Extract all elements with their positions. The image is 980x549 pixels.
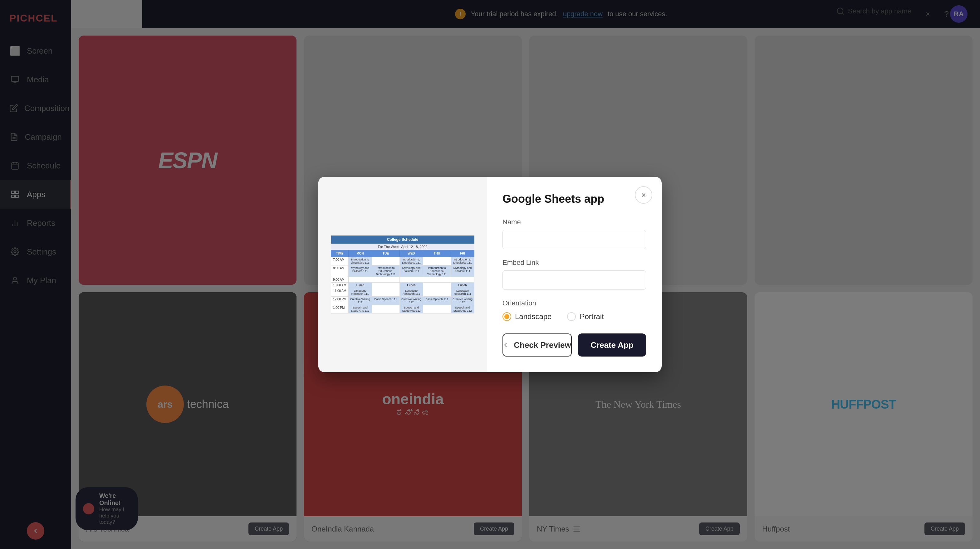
arrow-left-icon — [503, 341, 510, 348]
landscape-radio-inner — [504, 314, 509, 319]
schedule-title: College Schedule — [331, 235, 474, 244]
landscape-label: Landscape — [515, 312, 552, 321]
cell-thu-900 — [423, 277, 451, 282]
name-input[interactable] — [503, 230, 646, 249]
cell-tue-1100 — [372, 288, 399, 297]
cell-tue-1300 — [372, 305, 399, 314]
cell-tue-900 — [372, 277, 399, 282]
google-sheets-modal: College Schedule For The Week: April 12-… — [318, 177, 662, 372]
landscape-radio[interactable] — [503, 312, 511, 321]
cell-mon-700: Introduction to Linguistics 111 — [348, 257, 372, 265]
cell-fri-1100: Language Research 111 — [451, 288, 474, 297]
cell-fri-1300: Speech and Stage Arts 112 — [451, 305, 474, 314]
col-thu: THU — [423, 250, 451, 257]
time-800: 8:00 AM — [331, 265, 348, 277]
time-1100: 11:00 AM — [331, 288, 348, 297]
cell-mon-800: Mythology and Folklore 111 — [348, 265, 372, 277]
embed-input[interactable] — [503, 270, 646, 290]
cell-thu-700 — [423, 257, 451, 265]
cell-thu-1100 — [423, 288, 451, 297]
orientation-section: Orientation Landscape Portrait — [503, 299, 646, 321]
schedule-preview-table: College Schedule For The Week: April 12-… — [331, 235, 474, 314]
embed-label: Embed Link — [503, 259, 646, 267]
cell-tue-1000 — [372, 282, 399, 288]
cell-fri-800: Mythology and Folklore 111 — [451, 265, 474, 277]
cell-mon-1300: Speech and Stage Arts 112 — [348, 305, 372, 314]
cell-wed-800: Mythology and Folklore 111 — [399, 265, 423, 277]
cell-fri-900 — [451, 277, 474, 282]
time-900: 9:00 AM — [331, 277, 348, 282]
cell-wed-900 — [399, 277, 423, 282]
portrait-radio[interactable] — [567, 312, 576, 321]
cell-thu-1300 — [423, 305, 451, 314]
cell-mon-900 — [348, 277, 372, 282]
col-time: TIME — [331, 250, 348, 257]
cell-tue-700 — [372, 257, 399, 265]
cell-fri-1200: Creative Writing 112 — [451, 297, 474, 305]
modal-title: Google Sheets app — [503, 192, 646, 206]
close-icon: × — [641, 190, 646, 200]
landscape-option[interactable]: Landscape — [503, 312, 552, 321]
time-1000: 10:00 AM — [331, 282, 348, 288]
cell-fri-700: Introduction to Linguistics 111 — [451, 257, 474, 265]
cell-fri-1000: Lunch — [451, 282, 474, 288]
modal-actions: Check Preview Create App — [503, 333, 646, 357]
cell-mon-1000: Lunch — [348, 282, 372, 288]
time-1200: 12:00 PM — [331, 297, 348, 305]
cell-wed-1100: Language Research 111 — [399, 288, 423, 297]
cell-tue-1200: Basic Speech 111 — [372, 297, 399, 305]
col-mon: MON — [348, 250, 372, 257]
portrait-option[interactable]: Portrait — [567, 312, 604, 321]
orientation-label: Orientation — [503, 299, 646, 307]
cell-wed-1000: Lunch — [399, 282, 423, 288]
cell-mon-1100: Language Research 111 — [348, 288, 372, 297]
cell-wed-1200: Creative Writing 112 — [399, 297, 423, 305]
modal-preview-pane: College Schedule For The Week: April 12-… — [318, 177, 487, 372]
check-preview-label: Check Preview — [514, 340, 571, 350]
create-app-button[interactable]: Create App — [578, 333, 646, 357]
portrait-label: Portrait — [579, 312, 604, 321]
time-1300: 1:00 PM — [331, 305, 348, 314]
cell-thu-1200: Basic Speech 111 — [423, 297, 451, 305]
cell-thu-800: Introduction to Educational Technology 1… — [423, 265, 451, 277]
orientation-options: Landscape Portrait — [503, 312, 646, 321]
cell-wed-700: Introduction to Linguistics 111 — [399, 257, 423, 265]
col-wed: WED — [399, 250, 423, 257]
modal-form-pane: × Google Sheets app Name Embed Link Orie… — [487, 177, 662, 372]
col-fri: FRI — [451, 250, 474, 257]
check-preview-button[interactable]: Check Preview — [503, 333, 572, 357]
cell-mon-1200: Creative Writing 112 — [348, 297, 372, 305]
time-700: 7:00 AM — [331, 257, 348, 265]
modal-close-button[interactable]: × — [635, 186, 652, 204]
schedule-week: For The Week: April 12-18, 2022 — [331, 244, 474, 250]
col-tue: TUE — [372, 250, 399, 257]
cell-tue-800: Introduction to Educational Technology 1… — [372, 265, 399, 277]
cell-wed-1300: Speech and Stage Arts 112 — [399, 305, 423, 314]
cell-thu-1000 — [423, 282, 451, 288]
name-label: Name — [503, 218, 646, 226]
